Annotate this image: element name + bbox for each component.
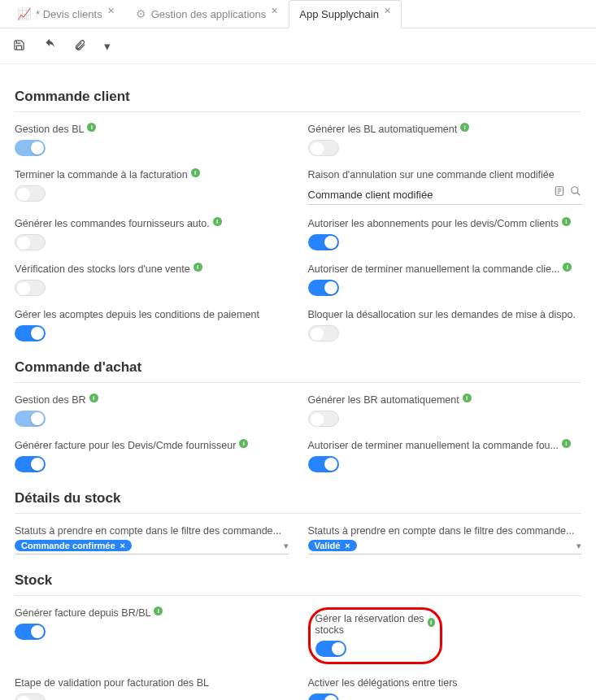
field-activer-deleg: Activer les délégations entre tiers (308, 671, 582, 700)
field-gen-fact-devis-cmde: Générer facture pour les Devis/Cmde four… (15, 433, 289, 479)
tag-select-left[interactable]: Commande confirmée × ▾ (15, 540, 289, 554)
toggle-gestion-bl[interactable] (15, 140, 46, 156)
chip-commande-confirmee[interactable]: Commande confirmée × (15, 540, 132, 551)
info-icon[interactable]: i (460, 123, 469, 132)
attachment-icon[interactable] (74, 39, 86, 54)
toggle-gerer-acomptes[interactable] (15, 325, 46, 341)
tab-gestion-applications[interactable]: ⚙ Gestion des applications ✕ (125, 0, 289, 28)
field-gerer-acomptes: Gérer les acomptes depuis les conditions… (15, 302, 289, 348)
info-icon[interactable]: i (194, 263, 202, 272)
search-icon[interactable] (570, 185, 581, 199)
close-icon[interactable]: ✕ (384, 6, 391, 16)
note-icon[interactable] (554, 185, 565, 199)
field-statuts-filtre-right: Statuts à prendre en compte dans le filt… (308, 519, 582, 561)
highlight-annotation: Gérer la réservation des stocks i (308, 607, 442, 664)
toggle-gen-bl-auto[interactable] (308, 140, 339, 156)
label: Statuts à prendre en compte dans le filt… (308, 525, 575, 537)
toolbar: ▾ (0, 28, 596, 64)
field-bloquer-desalloc: Bloquer la désallocation sur les demande… (308, 302, 582, 348)
dropdown-caret-icon[interactable]: ▾ (104, 39, 111, 54)
tab-label: Gestion des applications (151, 8, 267, 20)
toggle-terminer-fact[interactable] (15, 185, 46, 202)
field-gen-fact-brbl: Générer facture depuis BR/BL i (15, 601, 289, 671)
label: Terminer la commande à la facturation (15, 169, 188, 180)
content-panel: Commande client Gestion des BL i Générer… (0, 64, 596, 700)
label: Statuts à prendre en compte dans le filt… (15, 525, 281, 537)
info-icon[interactable]: i (428, 618, 435, 627)
label: Autoriser les abonnements pour les devis… (308, 218, 559, 229)
label: Générer facture depuis BR/BL (15, 607, 150, 619)
tab-label: * Devis clients (36, 8, 102, 20)
save-icon[interactable] (13, 39, 25, 54)
toggle-bloquer-desalloc[interactable] (308, 325, 339, 341)
tab-devis-clients[interactable]: 📈 * Devis clients ✕ (7, 0, 125, 28)
label: Autoriser de terminer manuellement la co… (308, 440, 559, 451)
field-gerer-reserv: Gérer la réservation des stocks i (308, 601, 582, 671)
toggle-verif-stocks[interactable] (15, 280, 46, 296)
label: Générer les BL automatiquement (308, 124, 458, 135)
field-auth-abonnements: Autoriser les abonnements pour les devis… (308, 211, 582, 257)
label: Activer les délégations entre tiers (308, 677, 458, 689)
info-icon[interactable]: i (562, 217, 571, 226)
chip-valide[interactable]: Validé × (308, 540, 357, 551)
label: Gérer les acomptes depuis les conditions… (15, 309, 259, 320)
label: Autoriser de terminer manuellement la co… (308, 263, 560, 275)
toggle-gerer-reserv[interactable] (315, 641, 346, 657)
section-stock: Stock (15, 561, 581, 596)
field-auth-terminer-man-four: Autoriser de terminer manuellement la co… (308, 433, 582, 479)
label: Bloquer la désallocation sur les demande… (308, 309, 576, 320)
toggle-auth-terminer-man-client[interactable] (308, 280, 339, 296)
toggle-gen-fact-devis-cmde[interactable] (15, 456, 46, 472)
toggle-auth-abonnements[interactable] (308, 234, 339, 250)
toggle-activer-deleg[interactable] (308, 693, 339, 700)
svg-point-4 (572, 187, 578, 193)
info-icon[interactable]: i (89, 393, 98, 402)
info-icon[interactable]: i (562, 439, 571, 448)
label: Gestion des BL (15, 124, 84, 135)
toggle-gen-br-auto[interactable] (308, 411, 339, 427)
label: Gérer la réservation des stocks (315, 613, 424, 636)
info-icon[interactable]: i (563, 263, 572, 272)
label: Vérification des stocks lors d'une vente (15, 263, 190, 275)
section-details-stock: Détails du stock (15, 479, 581, 514)
field-auth-terminer-man-client: Autoriser de terminer manuellement la co… (308, 257, 582, 302)
close-icon[interactable]: ✕ (271, 6, 278, 16)
label: Etape de validation pour facturation des… (15, 677, 209, 689)
chip-remove-icon[interactable]: × (120, 541, 125, 550)
tab-app-supplychain[interactable]: App Supplychain ✕ (289, 0, 402, 28)
field-raison-annul: Raison d'annulation sur une commande cli… (308, 163, 582, 211)
label: Gestion des BR (15, 394, 86, 406)
field-gestion-br: Gestion des BR i (15, 388, 289, 433)
toggle-gen-fact-brbl[interactable] (15, 624, 46, 640)
toggle-etape-valid[interactable] (15, 693, 46, 700)
undo-icon[interactable] (43, 38, 56, 54)
chip-label: Validé (315, 541, 341, 550)
info-icon[interactable]: i (463, 393, 472, 402)
svg-line-5 (577, 193, 581, 196)
toggle-gestion-br[interactable] (15, 411, 46, 427)
field-gen-cmdes-four: Générer les commandes fournisseurs auto.… (15, 211, 289, 257)
info-icon[interactable]: i (87, 123, 96, 132)
field-gestion-bl: Gestion des BL i (15, 117, 289, 163)
toggle-auth-terminer-man-four[interactable] (308, 456, 339, 472)
info-icon[interactable]: i (154, 607, 163, 615)
chip-remove-icon[interactable]: × (345, 541, 350, 550)
info-icon[interactable]: i (239, 439, 248, 448)
field-etape-valid: Etape de validation pour facturation des… (15, 671, 289, 700)
label: Générer les commandes fournisseurs auto. (15, 218, 210, 229)
gear-icon: ⚙ (136, 7, 146, 20)
field-statuts-filtre-left: Statuts à prendre en compte dans le filt… (15, 519, 289, 561)
section-commande-achat: Commande d'achat (15, 348, 581, 383)
raison-annul-input[interactable] (308, 184, 582, 205)
section-commande-client: Commande client (15, 77, 581, 112)
tag-select-right[interactable]: Validé × ▾ (308, 540, 582, 554)
chevron-down-icon[interactable]: ▾ (284, 541, 289, 551)
chevron-down-icon[interactable]: ▾ (576, 541, 581, 551)
toggle-gen-cmdes-four[interactable] (15, 234, 46, 250)
label: Générer facture pour les Devis/Cmde four… (15, 440, 236, 451)
field-gen-br-auto: Générer les BR automatiquement i (308, 388, 582, 433)
info-icon[interactable]: i (191, 168, 200, 177)
close-icon[interactable]: ✕ (107, 6, 115, 16)
chip-label: Commande confirmée (21, 541, 115, 550)
info-icon[interactable]: i (213, 217, 222, 226)
